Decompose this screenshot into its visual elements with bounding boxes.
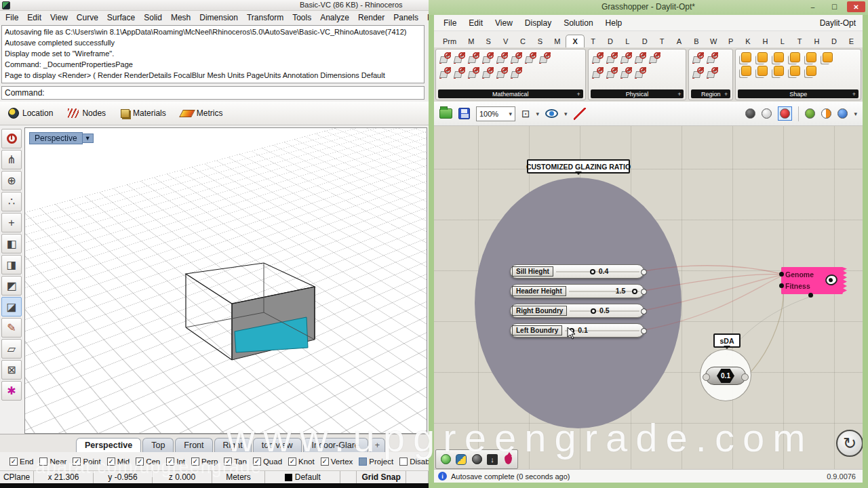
zoom-level-select[interactable]: 100% ▾ (476, 106, 515, 121)
gh-category-tab-19-l[interactable]: L (774, 37, 791, 47)
component-icon[interactable] (592, 52, 604, 64)
preview-half-gem-icon[interactable] (821, 108, 831, 119)
component-icon[interactable] (468, 67, 479, 79)
gh-menu-edit[interactable]: Edit (469, 18, 483, 28)
component-icon[interactable] (439, 52, 451, 64)
gh-category-tab-14-b[interactable]: B (688, 37, 705, 47)
ribbon-group-label[interactable]: Region+ (691, 89, 730, 98)
rhino-menu-mesh[interactable]: Mesh (171, 13, 191, 22)
boxed-x-icon[interactable]: ⊠ (1, 360, 22, 380)
sketch-pencil-icon[interactable] (574, 108, 586, 120)
gh-category-tab-1-m[interactable]: M (462, 37, 479, 47)
gh-category-tab-9-d[interactable]: D (601, 37, 618, 47)
component-icon[interactable] (774, 66, 784, 76)
page-stamp-icon[interactable]: ▱ (1, 339, 22, 359)
gh-menu-file[interactable]: File (443, 18, 456, 28)
close-button[interactable]: ✕ (847, 1, 865, 12)
globe-icon[interactable]: ⊕ (1, 171, 22, 190)
number-slider-right-boundry[interactable]: Right Boundry0.5 (510, 304, 644, 318)
component-icon[interactable] (620, 67, 632, 79)
component-icon[interactable] (496, 52, 508, 64)
component-icon[interactable] (692, 67, 704, 79)
rhino-menu-file[interactable]: File (5, 13, 18, 22)
eraser-icon[interactable]: ✎ (1, 318, 22, 338)
gh-category-tab-11-d[interactable]: D (636, 37, 653, 47)
gh-category-tab-5-s[interactable]: S (532, 37, 549, 47)
status-cell-cplane[interactable]: CPlane (0, 471, 34, 483)
grid-snap-toggle[interactable]: Grid Snap (357, 471, 406, 483)
cube-corner-icon[interactable]: ◪ (1, 297, 22, 317)
component-icon[interactable] (707, 52, 718, 64)
component-icon[interactable] (741, 66, 751, 76)
component-icon[interactable] (539, 52, 551, 64)
gh-category-tab-17-k[interactable]: K (739, 37, 756, 47)
rhino-menu-panels[interactable]: Panels (393, 13, 418, 22)
rhino-menu-curve[interactable]: Curve (77, 13, 98, 22)
preview-wire-gem-icon[interactable] (762, 108, 772, 119)
component-icon[interactable] (806, 66, 816, 76)
checkbox-checked[interactable]: ✓ (9, 458, 18, 466)
component-icon[interactable] (649, 52, 660, 64)
rhino-menu-dimension[interactable]: Dimension (199, 13, 238, 22)
gh-category-tab-10-l[interactable]: L (619, 37, 636, 47)
preview-off-gem-icon[interactable] (745, 108, 755, 119)
slider-track[interactable]: 0.5 (567, 304, 642, 317)
gh-category-tab-12-t[interactable]: T (653, 37, 670, 47)
rhino-menu-transform[interactable]: Transform (247, 13, 283, 22)
component-icon[interactable] (592, 67, 604, 79)
ribbon-group-label[interactable]: Physical+ (591, 89, 684, 98)
component-icon[interactable] (757, 52, 768, 62)
gh-category-tab-8-t[interactable]: T (585, 37, 601, 47)
number-slider-sill-hieght[interactable]: Sill Hieght0.4 (510, 264, 644, 279)
gh-category-tab-22-d[interactable]: D (825, 37, 842, 47)
gh-category-tab-20-t[interactable]: T (791, 37, 808, 47)
component-icon[interactable] (496, 67, 508, 79)
slider-output-port[interactable] (641, 289, 647, 295)
gh-menu-solution[interactable]: Solution (564, 18, 593, 28)
component-icon[interactable] (741, 52, 751, 62)
fitness-input-port[interactable] (779, 283, 784, 288)
gh-menu-view[interactable]: View (495, 18, 513, 28)
component-icon[interactable] (692, 52, 704, 64)
component-icon[interactable] (774, 52, 784, 62)
component-icon[interactable] (635, 67, 646, 79)
component-icon[interactable] (482, 67, 494, 79)
gh-category-tab-7-x[interactable]: X (566, 35, 584, 47)
rhino-panel-tab-metrics[interactable]: Metrics (181, 108, 223, 118)
minimize-button[interactable]: – (804, 1, 822, 12)
graph-nodes-icon[interactable]: ∴ (1, 192, 22, 211)
slider-output-port[interactable] (641, 328, 647, 334)
gh-category-tab-3-v[interactable]: V (497, 37, 514, 47)
fan-icon[interactable]: ⋔ (1, 150, 22, 169)
gh-category-tab-18-h[interactable]: H (757, 37, 774, 47)
preview-eye-icon[interactable] (545, 109, 558, 118)
cube-right-icon[interactable]: ◨ (1, 255, 22, 274)
component-icon[interactable] (635, 52, 646, 64)
component-icon[interactable] (511, 52, 522, 64)
gh-category-tab-4-c[interactable]: C (514, 37, 531, 47)
gh-menu-display[interactable]: Display (525, 18, 551, 28)
rhino-menu-render[interactable]: Render (358, 13, 384, 22)
component-icon[interactable] (525, 52, 536, 64)
slider-grip[interactable] (590, 269, 595, 274)
component-icon[interactable] (757, 66, 768, 76)
layer-pane-cell[interactable]: Default (265, 471, 340, 483)
rhino-menu-edit[interactable]: Edit (27, 13, 41, 22)
canvas-nav-compass[interactable]: ↻ (836, 430, 863, 457)
rhino-panel-tab-location[interactable]: Location (8, 108, 53, 119)
component-icon[interactable] (511, 67, 522, 79)
gh-category-tab-16-p[interactable]: P (722, 37, 739, 47)
rhino-panel-tab-materials[interactable]: Materials (121, 108, 166, 118)
gh-menu-help[interactable]: Help (606, 18, 623, 28)
gh-category-tab-21-h[interactable]: H (808, 37, 825, 47)
viewport-title[interactable]: Perspective (29, 132, 83, 144)
rhino-menu-view[interactable]: View (50, 13, 68, 22)
component-icon[interactable] (439, 67, 451, 79)
cube-top-icon[interactable]: ◩ (1, 276, 22, 296)
cube-left-icon[interactable]: ◧ (1, 234, 22, 253)
chevron-down-icon[interactable]: ▾ (854, 110, 857, 117)
rhino-menu-surface[interactable]: Surface (107, 13, 135, 22)
slider-grip[interactable] (632, 289, 637, 294)
open-file-icon[interactable] (439, 108, 452, 119)
galapagos-component[interactable]: Genome Fitness (781, 267, 847, 294)
